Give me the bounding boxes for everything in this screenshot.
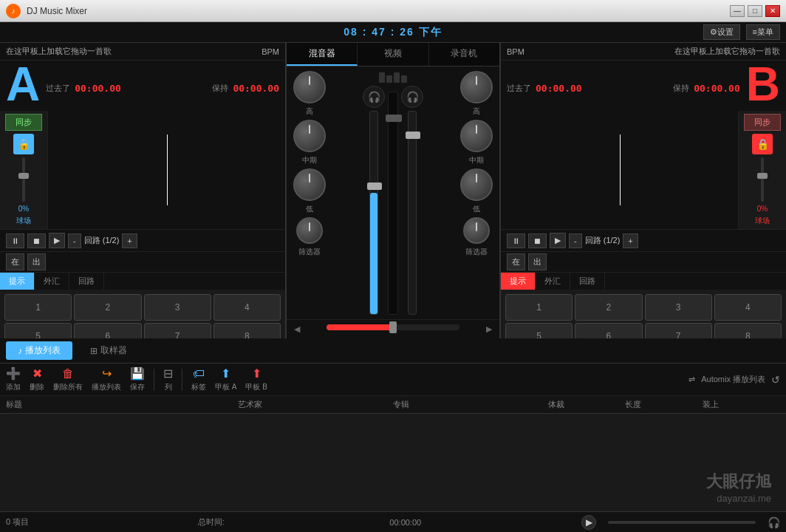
deck-a-stop-button[interactable]: ⏹ xyxy=(27,233,46,248)
deck-b-waveform[interactable] xyxy=(501,111,738,229)
mixer-left-fader[interactable] xyxy=(369,111,378,315)
deck-b-tab-loop[interactable]: 回路 xyxy=(570,273,605,290)
delete-all-button[interactable]: 🗑 删除所有 xyxy=(53,367,83,392)
deck-a-pitch-thumb[interactable] xyxy=(18,173,29,179)
deck-a-pad-1[interactable]: 1 xyxy=(4,294,72,321)
mixer-right-headphone[interactable]: 🎧 xyxy=(401,86,423,108)
add-icon: ➕ xyxy=(6,366,21,381)
crossfader-thumb[interactable] xyxy=(389,321,397,333)
playlist-body[interactable]: 大眼仔旭 dayanzai.me xyxy=(0,414,786,511)
tag-button[interactable]: 🏷 标签 xyxy=(191,367,206,392)
mixer-left-filter-knob[interactable] xyxy=(296,217,323,244)
deck-b-pad-3[interactable]: 3 xyxy=(645,294,712,321)
maximize-button[interactable]: □ xyxy=(748,5,762,17)
deck-a-header: 在这甲板上加载它拖动一首歌 BPM xyxy=(0,43,285,61)
deck-a-minus-button[interactable]: - xyxy=(68,233,81,248)
mixer-right-channel: 高 中期 低 筛选器 xyxy=(458,71,495,315)
refresh-icon[interactable]: ↺ xyxy=(771,374,780,386)
menu-button[interactable]: ≡菜单 xyxy=(746,24,780,40)
mixer-right-low-knob[interactable] xyxy=(460,168,493,201)
bottom-tab-playlist[interactable]: ♪ 播放列表 xyxy=(6,341,72,360)
deck-b-lock-icon[interactable]: 🔒 xyxy=(752,134,773,154)
bottom-tab-sampler[interactable]: ⊞ 取样器 xyxy=(78,341,139,360)
add-button[interactable]: ➕ 添加 xyxy=(6,366,21,392)
col-genre-header: 体裁 xyxy=(548,399,626,410)
deck-b-pause-button[interactable]: ⏸ xyxy=(507,233,525,248)
status-progress-bar[interactable] xyxy=(608,521,756,524)
deck-a-pad-3[interactable]: 3 xyxy=(144,294,211,321)
deck-b-pad-4[interactable]: 4 xyxy=(714,294,782,321)
mixer-left-headphone[interactable]: 🎧 xyxy=(363,86,385,108)
crossfader-right-arrow[interactable]: ▶ xyxy=(486,324,492,334)
close-button[interactable]: ✕ xyxy=(765,5,780,17)
mixer-tab-mixer[interactable]: 混音器 xyxy=(287,43,358,66)
top-bar: 08 : 47 : 26 下午 ⚙设置 ≡菜单 xyxy=(0,22,786,43)
deck-b-minus-button[interactable]: - xyxy=(569,233,582,248)
delete-button[interactable]: ✖ 删除 xyxy=(30,366,44,392)
deck-a-plus-button[interactable]: + xyxy=(122,233,137,248)
mixer-right-high-knob[interactable] xyxy=(460,71,493,103)
deck-a-tab-fx[interactable]: 外汇 xyxy=(35,273,69,290)
settings-button[interactable]: ⚙设置 xyxy=(703,24,740,40)
app-icon: ♪ xyxy=(6,4,21,18)
mixer-right-fader[interactable] xyxy=(408,111,417,315)
minimize-button[interactable]: — xyxy=(730,5,745,17)
deck-a-in-button[interactable]: 在 xyxy=(6,253,24,270)
deck-b-play-button[interactable]: ▶ xyxy=(550,233,566,248)
deck-b-load-button[interactable]: ⬆ 甲板 B xyxy=(245,366,267,392)
deck-b-pitch-thumb[interactable] xyxy=(757,173,768,179)
status-play-button[interactable]: ▶ xyxy=(581,515,596,530)
deck-a-tab-cue[interactable]: 提示 xyxy=(0,273,35,290)
deck-b-load-icon: ⬆ xyxy=(252,366,262,381)
status-total-time: 00:00:00 xyxy=(389,518,570,527)
deck-a-tabs: 提示 外汇 回路 xyxy=(0,272,285,290)
bottom-area: ♪ 播放列表 ⊞ 取样器 ➕ 添加 ✖ 删除 🗑 删除所有 ↪ xyxy=(0,338,786,532)
crossfader-left-arrow[interactable]: ◀ xyxy=(294,324,300,334)
deck-b-plus-button[interactable]: + xyxy=(623,233,638,248)
deck-b-tab-fx[interactable]: 外汇 xyxy=(536,273,570,290)
col-added-header: 装上 xyxy=(703,399,780,410)
mixer-tab-video[interactable]: 视频 xyxy=(358,43,428,66)
mixer-right-mid-knob[interactable] xyxy=(460,120,493,152)
deck-a-load-icon: ⬆ xyxy=(221,366,230,381)
save-button[interactable]: 💾 保存 xyxy=(130,366,145,392)
status-bar: 0 项目 总时间: 00:00:00 ▶ 🎧 xyxy=(0,511,786,532)
deck-a-pad-2[interactable]: 2 xyxy=(74,294,141,321)
mixer-center-fader-thumb[interactable] xyxy=(386,115,402,122)
deck-a-tab-loop[interactable]: 回路 xyxy=(69,273,104,290)
deck-a-lock-icon[interactable]: 🔒 xyxy=(13,134,34,154)
mixer-left-mid-knob[interactable] xyxy=(293,120,326,152)
deck-a-title: 在这甲板上加载它拖动一首歌 xyxy=(6,46,112,57)
deck-a-load-button[interactable]: ⬆ 甲板 A xyxy=(215,366,236,392)
mixer-left-low-knob[interactable] xyxy=(293,168,326,201)
deck-b-out-button[interactable]: 出 xyxy=(528,253,547,270)
mixer-center-fader[interactable] xyxy=(388,92,398,315)
deck-b-loop-label: 回路 (1/2) xyxy=(585,235,621,246)
deck-b-sync-button[interactable]: 同步 xyxy=(744,114,781,131)
mixer-right-low-label: 低 xyxy=(473,204,480,214)
deck-b-pad-2[interactable]: 2 xyxy=(575,294,642,321)
mixer-left-high-knob[interactable] xyxy=(293,71,326,103)
deck-b-tab-cue[interactable]: 提示 xyxy=(501,273,536,290)
playlist-button[interactable]: ↪ 播放列表 xyxy=(92,366,121,392)
deck-a-pause-button[interactable]: ⏸ xyxy=(6,233,24,248)
mixer-right-fader-thumb[interactable] xyxy=(406,132,420,139)
mixer-right-filter-knob[interactable] xyxy=(463,217,490,244)
deck-a-play-button[interactable]: ▶ xyxy=(49,233,65,248)
deck-a-sync-button[interactable]: 同步 xyxy=(5,114,42,131)
delete-all-icon: 🗑 xyxy=(62,367,74,381)
deck-b-pad-1[interactable]: 1 xyxy=(505,294,573,321)
deck-b-in-button[interactable]: 在 xyxy=(507,253,525,270)
mixer-tab-recorder[interactable]: 录音机 xyxy=(429,43,499,66)
deck-a-venue-label: 球场 xyxy=(16,216,31,226)
deck-b-stop-button[interactable]: ⏹ xyxy=(528,233,547,248)
mixer-left-fader-thumb[interactable] xyxy=(367,183,382,190)
crossfader-nav: ◀ ▶ xyxy=(291,324,495,334)
deck-a-pad-4[interactable]: 4 xyxy=(213,294,281,321)
crossfader-track[interactable] xyxy=(327,324,459,330)
list-button[interactable]: ⊟ 列 xyxy=(163,366,173,392)
deck-a-waveform[interactable] xyxy=(48,111,285,229)
deck-a-out-button[interactable]: 出 xyxy=(27,253,46,270)
deck-a-loop-label: 回路 (1/2) xyxy=(84,235,120,246)
deck-a-playback: ⏸ ⏹ ▶ - 回路 (1/2) + xyxy=(0,229,285,251)
